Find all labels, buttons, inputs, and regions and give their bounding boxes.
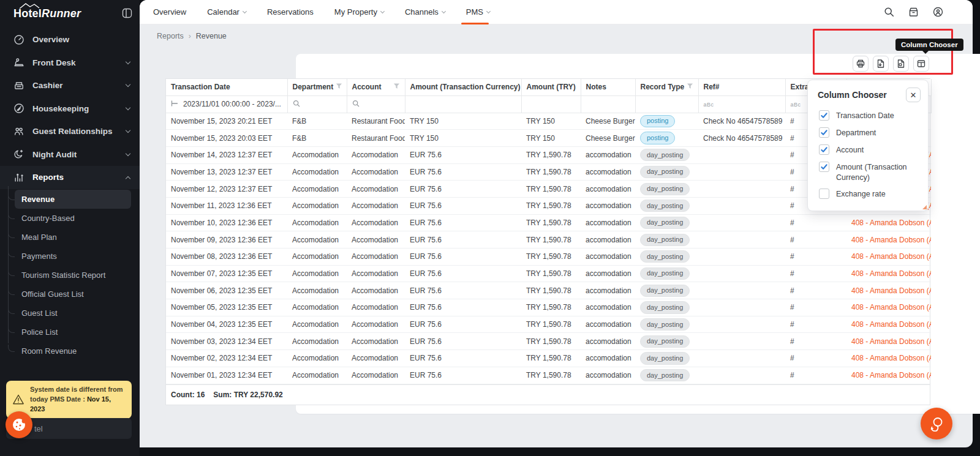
- cookie-consent-button[interactable]: [6, 411, 32, 438]
- reservation-link[interactable]: 408 - Amanda Dobson (A: [851, 219, 931, 227]
- filter-cell-record-type[interactable]: [635, 95, 698, 113]
- filter-funnel-icon[interactable]: [393, 83, 400, 91]
- nav-item-reservations[interactable]: Reservations: [267, 0, 314, 24]
- search-filter-icon[interactable]: [293, 100, 300, 109]
- checkbox-checked-icon[interactable]: [819, 110, 829, 121]
- column-chooser-button[interactable]: [913, 56, 929, 72]
- sidebar: HotelRunner OverviewFront DeskCashierHou…: [0, 0, 140, 456]
- search-filter-icon[interactable]: [352, 100, 360, 109]
- sidebar-subitem-tourism-statistic-report[interactable]: Tourism Statistic Report: [15, 266, 131, 285]
- print-button[interactable]: [853, 56, 869, 72]
- cell-account: Accomodation: [347, 367, 405, 384]
- search-icon[interactable]: [884, 7, 894, 17]
- filter-cell-notes[interactable]: [581, 95, 635, 113]
- cell-account: Accomodation: [347, 146, 405, 163]
- reservation-link[interactable]: 408 - Amanda Dobson (A: [851, 269, 931, 278]
- sidebar-item-label: Reports: [32, 173, 126, 182]
- checkbox-unchecked-icon[interactable]: [819, 211, 829, 211]
- chooser-item-account[interactable]: Account: [808, 141, 928, 159]
- sidebar-item-night-audit[interactable]: Night Audit: [0, 143, 140, 166]
- reservation-link[interactable]: 408 - Amanda Dobson (A: [851, 303, 931, 312]
- column-header-ref[interactable]: Ref#: [698, 79, 785, 95]
- chooser-item-label: Amount (Transaction Currency): [836, 162, 919, 183]
- reservation-link[interactable]: 408 - Amanda Dobson (A: [851, 354, 931, 362]
- export-selected-button[interactable]: [893, 56, 909, 72]
- breadcrumb-reports[interactable]: Reports: [157, 32, 184, 40]
- reservation-link[interactable]: 408 - Amanda Dobson (A: [851, 320, 931, 329]
- sidebar-subitem-payments[interactable]: Payments: [15, 247, 131, 266]
- chat-support-button[interactable]: [921, 408, 952, 439]
- cell-department: Accomodation: [287, 282, 347, 299]
- filter-cell-amount-try[interactable]: [521, 95, 581, 113]
- sidebar-subitem-official-guest-list[interactable]: Official Guest List: [15, 285, 131, 304]
- filter-cell-department[interactable]: [287, 95, 347, 113]
- column-header-account[interactable]: Account: [347, 79, 405, 95]
- brand-runner: Runner: [42, 7, 81, 20]
- column-header-amount-transaction-currency[interactable]: Amount (Transaction Currency): [405, 79, 521, 95]
- sidebar-subitem-room-revenue[interactable]: Room Revenue: [15, 342, 131, 361]
- breadcrumb: Reports › Revenue: [157, 32, 227, 40]
- abc-filter-icon[interactable]: aBc: [791, 102, 801, 108]
- filter-cell-ref[interactable]: aBc: [698, 95, 785, 113]
- nav-item-overview[interactable]: Overview: [153, 0, 186, 24]
- reservation-link[interactable]: 408 - Amanda Dobson (A: [851, 337, 931, 346]
- sidebar-item-reports[interactable]: Reports: [0, 166, 140, 189]
- nav-item-pms[interactable]: PMS: [466, 0, 490, 24]
- export-file-button[interactable]: [873, 56, 889, 72]
- chevron-up-icon: [126, 176, 130, 181]
- sidebar-item-overview[interactable]: Overview: [0, 28, 140, 51]
- column-header-amount-try[interactable]: Amount (TRY): [521, 79, 581, 95]
- sidebar-subitem-country-based[interactable]: Country-Based: [15, 209, 131, 228]
- column-header-notes[interactable]: Notes: [581, 79, 635, 95]
- cell-extra: #: [785, 282, 846, 299]
- filter-funnel-icon[interactable]: [336, 83, 342, 91]
- cell-amount-tc: EUR 75.6: [405, 181, 521, 198]
- column-header-record-type[interactable]: Record Type: [635, 79, 698, 95]
- chooser-item-department[interactable]: Department: [808, 124, 928, 141]
- checkbox-checked-icon[interactable]: [819, 162, 829, 172]
- filter-cell-transaction-date[interactable]: 2023/11/01 00:00:00 - 2023/...: [166, 95, 287, 113]
- reservation-link[interactable]: 408 - Amanda Dobson (A: [851, 252, 931, 261]
- filter-funnel-icon[interactable]: [687, 83, 693, 91]
- reservation-link[interactable]: 408 - Amanda Dobson (A: [851, 236, 931, 244]
- sidebar-item-cashier[interactable]: Cashier: [0, 74, 140, 97]
- sidebar-subitem-police-list[interactable]: Police List: [15, 323, 131, 342]
- nav-item-channels[interactable]: Channels: [405, 0, 445, 24]
- cell-ref: [698, 367, 785, 384]
- column-header-department[interactable]: Department: [287, 79, 347, 95]
- nav-item-calendar[interactable]: Calendar: [207, 0, 246, 24]
- reservation-link[interactable]: 408 - Amanda Dobson (A: [851, 371, 931, 379]
- sidebar-subitem-meal-plan[interactable]: Meal Plan: [15, 228, 131, 247]
- nav-item-my-property[interactable]: My Property: [334, 0, 384, 24]
- cell-ref: [698, 249, 785, 266]
- filter-cell-account[interactable]: [347, 95, 405, 113]
- cell-notes: accomodation: [581, 299, 635, 316]
- chevron-down-icon: [126, 105, 130, 110]
- app-window: HotelRunner OverviewFront DeskCashierHou…: [0, 0, 980, 456]
- chooser-item-transaction-date[interactable]: Transaction Date: [808, 107, 928, 124]
- close-icon[interactable]: ✕: [906, 88, 921, 102]
- abc-filter-icon[interactable]: aBc: [704, 102, 714, 108]
- checkbox-checked-icon[interactable]: [819, 144, 829, 155]
- sidebar-subitem-revenue[interactable]: Revenue: [15, 190, 131, 209]
- date-range-filter[interactable]: 2023/11/01 00:00:00 - 2023/...: [171, 100, 282, 108]
- cell-ref: [698, 181, 785, 198]
- sidebar-item-guest-relationships[interactable]: Guest Relationships: [0, 120, 140, 143]
- column-header-transaction-date[interactable]: Transaction Date: [166, 79, 287, 95]
- filter-cell-amount-transaction-currency[interactable]: [405, 95, 521, 113]
- sidebar-subitem-guest-list[interactable]: Guest List: [15, 304, 131, 323]
- record-type-badge: day_posting: [640, 250, 690, 263]
- chooser-item-exchange-rate[interactable]: Exchange rate: [808, 185, 928, 203]
- marketplace-icon[interactable]: [908, 7, 919, 17]
- sidebar-item-front-desk[interactable]: Front Desk: [0, 51, 140, 75]
- sidebar-collapse-icon[interactable]: [122, 8, 132, 18]
- chooser-item-amount-transaction-currency[interactable]: Amount (Transaction Currency): [808, 159, 928, 186]
- checkbox-unchecked-icon[interactable]: [819, 189, 829, 199]
- user-account-icon[interactable]: [933, 7, 943, 17]
- checkbox-checked-icon[interactable]: [819, 127, 829, 138]
- sidebar-subitem-label: Revenue: [21, 195, 55, 204]
- sidebar-item-housekeeping[interactable]: Housekeeping: [0, 97, 140, 121]
- chooser-item-partial[interactable]: [808, 207, 928, 211]
- reservation-link[interactable]: 408 - Amanda Dobson (A: [851, 286, 931, 295]
- chooser-item-label: Exchange rate: [836, 189, 886, 200]
